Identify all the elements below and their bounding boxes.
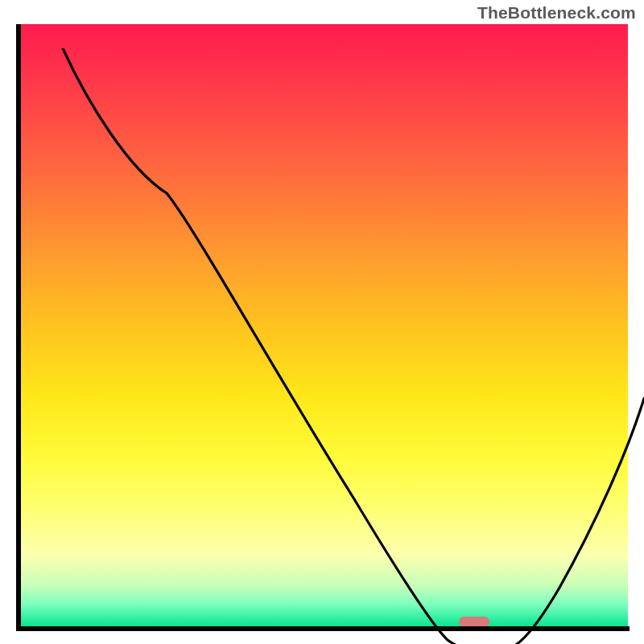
plot-area (16, 24, 628, 628)
curve-svg (32, 48, 644, 644)
chart-container: TheBottleneck.com (0, 0, 644, 644)
watermark-text: TheBottleneck.com (477, 3, 636, 23)
x-axis (16, 626, 630, 631)
y-axis (16, 24, 21, 628)
curve-path (63, 48, 644, 644)
